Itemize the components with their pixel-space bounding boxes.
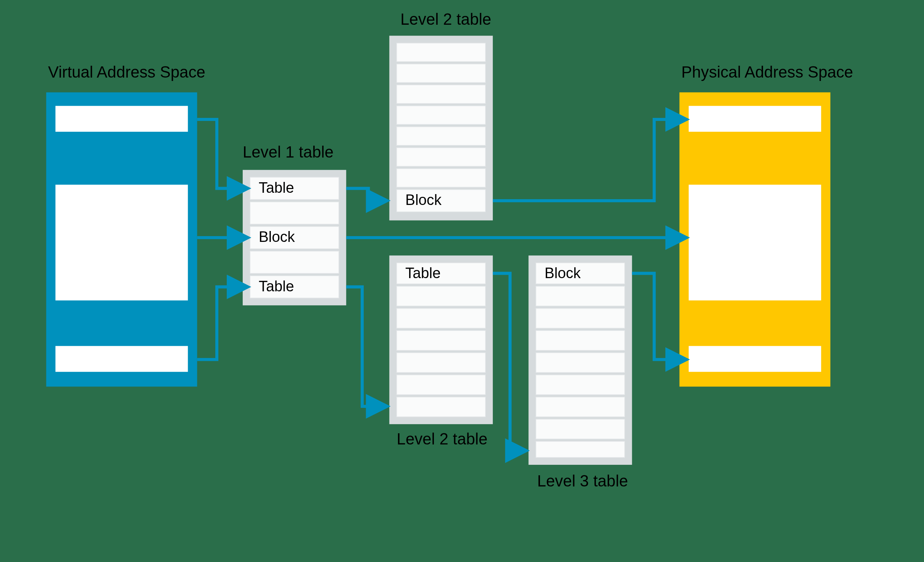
svg-rect-37 bbox=[536, 375, 625, 395]
l1-row-2: Block bbox=[259, 229, 295, 245]
svg-rect-40 bbox=[536, 441, 625, 457]
svg-rect-26 bbox=[397, 308, 485, 328]
svg-rect-38 bbox=[536, 397, 625, 417]
svg-rect-28 bbox=[397, 353, 485, 372]
physical-address-space-box bbox=[680, 93, 831, 387]
l1-row-0: Table bbox=[259, 179, 294, 196]
label-level-2-table-top: Level 2 table bbox=[400, 10, 491, 28]
svg-rect-3 bbox=[56, 346, 188, 372]
label-level-1-table: Level 1 table bbox=[243, 143, 333, 161]
level-2-table-bottom: Table bbox=[390, 256, 493, 424]
label-level-3-table: Level 3 table bbox=[537, 472, 628, 490]
svg-rect-1 bbox=[56, 106, 188, 132]
conn-vas-to-l1-bot bbox=[197, 287, 246, 359]
level-2-table-top: Block bbox=[390, 36, 493, 220]
svg-rect-17 bbox=[397, 85, 485, 104]
svg-rect-6 bbox=[689, 185, 821, 300]
level-1-table: Table Block Table bbox=[243, 170, 346, 306]
l1-row-4: Table bbox=[259, 278, 294, 294]
conn-l2bot-to-l3 bbox=[493, 274, 525, 451]
label-virtual-address-space: Virtual Address Space bbox=[48, 63, 206, 81]
label-physical-address-space: Physical Address Space bbox=[681, 63, 853, 81]
svg-rect-30 bbox=[397, 397, 485, 417]
svg-rect-25 bbox=[397, 286, 485, 306]
svg-rect-2 bbox=[56, 185, 188, 300]
svg-rect-33 bbox=[536, 286, 625, 306]
svg-rect-35 bbox=[536, 330, 625, 350]
svg-rect-21 bbox=[397, 169, 485, 187]
svg-rect-34 bbox=[536, 308, 625, 328]
level-3-table: Block bbox=[528, 256, 632, 465]
svg-rect-29 bbox=[397, 375, 485, 395]
virtual-address-space-box bbox=[46, 93, 197, 387]
l2bot-row-0: Table bbox=[405, 265, 441, 281]
svg-rect-15 bbox=[397, 43, 485, 62]
svg-rect-16 bbox=[397, 64, 485, 83]
svg-rect-19 bbox=[397, 127, 485, 145]
diagram-canvas: Virtual Address Space Physical Address S… bbox=[0, 0, 924, 554]
svg-rect-27 bbox=[397, 330, 485, 350]
conn-l2top-block-to-phys bbox=[493, 120, 685, 201]
l2top-row-7: Block bbox=[405, 192, 442, 208]
conn-l3-block-to-phys bbox=[632, 274, 685, 359]
svg-rect-36 bbox=[536, 353, 625, 372]
svg-rect-5 bbox=[689, 106, 821, 132]
label-level-2-table-bottom: Level 2 table bbox=[397, 430, 488, 448]
svg-rect-18 bbox=[397, 106, 485, 125]
l3-row-0: Block bbox=[545, 265, 581, 281]
conn-vas-to-l1-top bbox=[197, 120, 246, 189]
conn-l1-to-l2bot bbox=[346, 287, 386, 407]
svg-rect-10 bbox=[250, 202, 339, 224]
conn-l1-to-l2top bbox=[346, 188, 386, 200]
svg-rect-20 bbox=[397, 148, 485, 166]
svg-rect-12 bbox=[250, 251, 339, 273]
svg-rect-39 bbox=[536, 419, 625, 439]
svg-rect-7 bbox=[689, 346, 821, 372]
